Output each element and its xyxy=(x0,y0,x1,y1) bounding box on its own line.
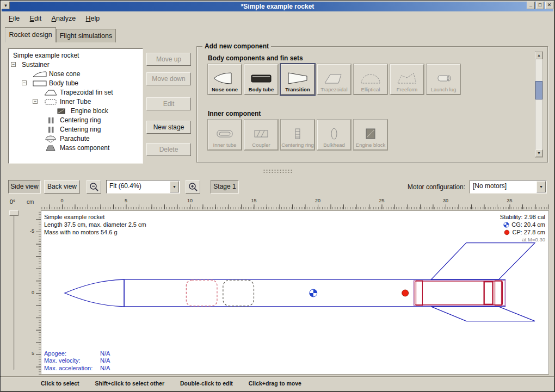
zoom-in-button[interactable] xyxy=(186,180,200,194)
tree-expander-icon[interactable]: − xyxy=(22,80,27,85)
rotation-slider-track[interactable] xyxy=(14,214,15,370)
centering-ring-fore-outline[interactable] xyxy=(416,281,423,306)
tree-expander-icon[interactable]: − xyxy=(11,62,16,67)
motor-configuration-select[interactable]: [No motors] ▼ xyxy=(470,180,547,194)
tree-row-centering-ring-1[interactable]: Centering ring xyxy=(9,116,143,125)
zoom-select[interactable]: Fit (60.4%) ▼ xyxy=(106,180,180,194)
menu-edit[interactable]: Edit xyxy=(26,14,46,23)
rotation-slider-handle[interactable] xyxy=(9,210,18,216)
scrollbar-thumb[interactable] xyxy=(535,81,542,99)
add-elliptical-fin-button[interactable]: Elliptical xyxy=(354,64,387,95)
rocket-info: Simple example rocket Length 37.5 cm, ma… xyxy=(44,213,146,236)
add-launch-lug-button[interactable]: Launch lug xyxy=(427,64,460,95)
add-inner-tube-button[interactable]: Inner tube xyxy=(208,120,242,150)
nose-cone-shape[interactable] xyxy=(65,279,124,307)
tree-row-engine-block[interactable]: Engine block xyxy=(9,107,143,116)
tree-row-sustainer[interactable]: − Sustainer xyxy=(9,60,143,70)
rocket-canvas[interactable]: Simple example rocket Length 37.5 cm, ma… xyxy=(41,210,549,375)
motor-configuration-label: Motor configuration: xyxy=(408,183,465,191)
title-bar[interactable]: *Simple example rocket xyxy=(2,2,553,11)
add-body-tube-button[interactable]: Body tube xyxy=(244,64,278,95)
zoom-value: Fit (60.4%) xyxy=(109,182,141,190)
fin-lower-shape[interactable] xyxy=(431,307,535,321)
add-nose-cone-button[interactable]: Nose cone xyxy=(208,64,242,95)
tree-row-centering-ring-2[interactable]: Centering ring xyxy=(9,125,143,134)
component-tree[interactable]: Simple example rocket − Sustainer Nose c… xyxy=(8,48,143,164)
fin-tab-outline[interactable] xyxy=(414,281,505,306)
window-menu-icon[interactable]: ▾ xyxy=(2,2,10,9)
menu-file[interactable]: File xyxy=(5,14,23,23)
engine-block-outline[interactable] xyxy=(484,282,493,304)
move-down-button[interactable]: Move down xyxy=(146,72,191,85)
add-trapezoidal-fin-button[interactable]: Trapezoidal xyxy=(317,64,351,95)
tree-row-nose-cone[interactable]: Nose cone xyxy=(9,70,143,79)
component-button-label: Launch lug xyxy=(431,87,456,92)
add-centering-ring-button[interactable]: Centering ring xyxy=(281,120,314,150)
mass-component-outline[interactable] xyxy=(223,280,254,306)
trapezoidal-fin-icon xyxy=(322,71,346,85)
tree-row-body-tube[interactable]: − Body tube xyxy=(9,79,143,88)
inner-tube-icon xyxy=(44,98,58,105)
cp-legend-icon xyxy=(504,229,510,235)
side-view-button[interactable]: Side view xyxy=(8,180,41,194)
body-components-row: Nose cone Body tube Transition Trape xyxy=(208,64,460,95)
max-acceleration-value: N/A xyxy=(100,365,110,372)
centering-ring-aft-outline[interactable] xyxy=(495,281,502,306)
openrocket-window: *Simple example rocket ▾ _ □ ✕ File Edit… xyxy=(0,0,555,392)
splitter-handle[interactable] xyxy=(263,169,293,173)
inner-tube-icon xyxy=(213,127,237,141)
tree-row-mass-component[interactable]: Mass component xyxy=(9,144,143,153)
bulkhead-icon xyxy=(322,127,346,141)
tab-rocket-design[interactable]: Rocket design xyxy=(5,27,56,42)
menu-help[interactable]: Help xyxy=(82,14,104,23)
component-panel-scrollbar[interactable]: ▲ ▼ xyxy=(535,51,543,158)
scroll-up-icon[interactable]: ▲ xyxy=(535,52,542,59)
close-button[interactable]: ✕ xyxy=(545,2,553,9)
move-up-button[interactable]: Move up xyxy=(146,53,191,66)
tree-row-inner-tube[interactable]: − Inner Tube xyxy=(9,97,143,107)
nose-cone-icon xyxy=(33,71,47,78)
component-button-label: Coupler xyxy=(252,142,270,148)
add-bulkhead-button[interactable]: Bulkhead xyxy=(317,120,351,150)
tab-flight-simulations[interactable]: Flight simulations xyxy=(56,29,116,42)
component-button-label: Inner tube xyxy=(213,142,237,148)
menu-analyze[interactable]: Analyze xyxy=(48,14,79,23)
add-freeform-fin-button[interactable]: Freeform xyxy=(390,64,424,95)
delete-button[interactable]: Delete xyxy=(146,143,191,156)
zoom-out-button[interactable] xyxy=(87,180,101,194)
component-button-label: Nose cone xyxy=(212,87,238,92)
chevron-down-icon[interactable]: ▼ xyxy=(536,181,546,192)
tree-expander-icon[interactable]: − xyxy=(33,99,38,104)
mass-component-icon xyxy=(44,145,58,152)
back-view-button[interactable]: Back view xyxy=(44,180,80,194)
max-acceleration-label: Max. acceleration: xyxy=(44,365,100,372)
ruler-tick-label: 5 xyxy=(27,351,34,356)
add-coupler-button[interactable]: Coupler xyxy=(244,120,278,150)
scroll-down-icon[interactable]: ▼ xyxy=(535,150,542,157)
chevron-down-icon[interactable]: ▼ xyxy=(170,181,179,192)
motor-configuration-value: [No motors] xyxy=(473,182,507,190)
stage-1-toggle[interactable]: Stage 1 xyxy=(211,180,239,194)
tree-item-label: Sustainer xyxy=(22,61,50,69)
edit-button[interactable]: Edit xyxy=(146,97,191,110)
mach-number: at M=0.30 xyxy=(500,236,545,244)
tree-row-rocket[interactable]: Simple example rocket xyxy=(9,51,143,60)
engine-block-icon xyxy=(359,127,383,141)
add-engine-block-button[interactable]: Engine block xyxy=(354,120,387,150)
parachute-outline[interactable] xyxy=(186,280,217,306)
inner-tube-outline[interactable] xyxy=(415,282,503,304)
add-transition-button[interactable]: Transition xyxy=(281,64,314,95)
maximize-button[interactable]: □ xyxy=(536,2,544,9)
ruler-tick-label: 35 xyxy=(505,198,515,203)
tree-row-parachute[interactable]: Parachute xyxy=(9,134,143,144)
new-stage-button[interactable]: New stage xyxy=(146,121,191,134)
fin-upper-shape[interactable] xyxy=(431,243,535,280)
body-components-section-label: Body components and fin sets xyxy=(208,54,303,62)
component-button-label: Transition xyxy=(285,87,310,92)
hint-shift-click: Shift+click to select other xyxy=(95,380,165,387)
minimize-button[interactable]: _ xyxy=(527,2,535,9)
body-tube-icon xyxy=(249,71,273,85)
tree-row-fin-set[interactable]: Trapezoidal fin set xyxy=(9,88,143,97)
tree-item-label: Mass component xyxy=(60,144,109,152)
cg-value: CG: 20.4 cm xyxy=(511,221,545,228)
